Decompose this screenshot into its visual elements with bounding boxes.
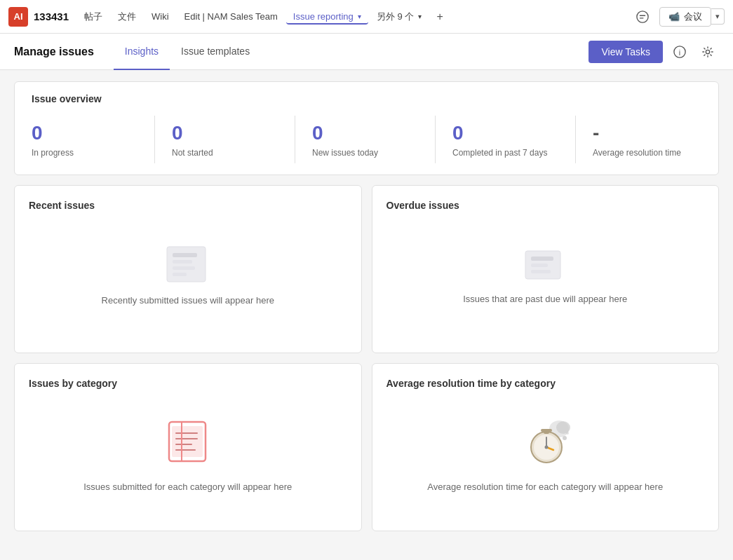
nav-link-wiki[interactable]: Wiki [144,8,176,25]
issue-overview-card: Issue overview 0 In progress 0 Not start… [14,81,719,175]
stat-completed: 0 Completed in past 7 days [436,116,576,163]
stat-completed-label: Completed in past 7 days [452,148,561,158]
nav-link-more[interactable]: 另外 9 个 ▾ [370,8,429,26]
page-title: Manage issues [14,46,94,58]
settings-icon-button[interactable] [697,41,719,63]
overdue-issues-empty: Issues that are past due will appear her… [386,211,705,339]
nav-link-edit-team[interactable]: Edit | NAM Sales Team [177,8,285,25]
bottom-panels-grid: Issues by category [14,363,719,531]
nav-add-tab-button[interactable]: + [430,7,450,27]
overdue-issues-empty-msg: Issues that are past due will appear her… [463,294,627,304]
stat-avg-resolution-value: - [593,121,701,145]
sub-nav-bar: Manage issues Insights Issue templates V… [0,34,733,70]
nav-right-actions: 📹 会议 ▾ [631,6,725,28]
svg-rect-4 [167,247,206,282]
svg-point-26 [545,445,549,449]
issues-by-category-empty-msg: Issues submitted for each category will … [83,482,292,492]
app-id: 133431 [34,11,69,22]
stat-in-progress: 0 In progress [32,116,155,163]
stat-in-progress-value: 0 [32,121,140,145]
top-panels-grid: Recent issues Recently submitted issues … [14,185,719,353]
recent-issues-empty-msg: Recently submitted issues will appear he… [102,295,274,306]
chat-icon-button[interactable] [631,6,654,28]
svg-rect-7 [173,266,195,270]
main-content: Issue overview 0 In progress 0 Not start… [0,70,733,560]
top-nav-bar: AI 133431 帖子 文件 Wiki Edit | NAM Sales Te… [0,0,733,34]
svg-point-30 [566,432,569,435]
nav-link-files[interactable]: 文件 [111,8,143,26]
meeting-dropdown-button[interactable]: ▾ [711,8,725,25]
stat-avg-resolution-label: Average resolution time [593,148,701,158]
meeting-button[interactable]: 📹 会议 [659,7,711,27]
view-tasks-button[interactable]: View Tasks [589,41,663,63]
info-icon-button[interactable]: i [668,41,691,63]
svg-rect-10 [531,257,553,261]
overview-title: Issue overview [32,93,701,104]
svg-point-0 [637,11,648,22]
svg-rect-12 [531,270,551,273]
issues-by-category-empty: Issues submitted for each category will … [29,389,347,517]
avg-resolution-category-placeholder-icon [510,414,580,472]
svg-rect-28 [541,429,552,432]
svg-rect-11 [531,264,548,267]
svg-rect-5 [173,253,197,257]
stat-new-today-value: 0 [312,121,421,145]
svg-point-29 [563,436,567,440]
stat-new-today: 0 New issues today [295,116,436,163]
sub-nav-right-actions: View Tasks i [589,41,719,63]
svg-point-3 [706,50,709,53]
issues-by-category-placeholder-icon [156,414,220,472]
avg-resolution-category-title: Average resolution time by category [386,378,556,389]
overdue-issues-panel: Overdue issues Issues that are past due … [372,185,720,353]
avg-resolution-category-empty-msg: Average resolution time for each categor… [427,482,663,492]
issues-by-category-panel: Issues by category [14,363,362,531]
overdue-issues-title: Overdue issues [386,200,459,211]
svg-rect-14 [172,426,203,457]
nav-links: 帖子 文件 Wiki Edit | NAM Sales Team Issue r… [77,7,626,27]
svg-rect-8 [173,273,187,276]
avg-resolution-category-panel: Average resolution time by category [372,363,720,531]
nav-link-issue-reporting[interactable]: Issue reporting ▾ [286,8,368,25]
app-icon: AI [8,7,28,27]
stat-not-started: 0 Not started [155,116,295,163]
nav-link-posts[interactable]: 帖子 [77,8,109,26]
recent-issues-placeholder-icon [160,243,216,285]
overdue-issues-placeholder-icon [517,245,573,284]
stat-avg-resolution: - Average resolution time [576,116,701,163]
stat-new-today-label: New issues today [312,148,421,158]
tab-issue-templates[interactable]: Issue templates [170,34,261,70]
svg-rect-6 [173,260,192,264]
svg-text:i: i [679,48,680,56]
avg-resolution-category-empty: Average resolution time for each categor… [386,389,705,517]
recent-issues-panel: Recent issues Recently submitted issues … [14,185,362,353]
recent-issues-title: Recent issues [29,200,95,211]
tab-insights[interactable]: Insights [114,34,170,70]
stat-not-started-value: 0 [172,121,281,145]
overview-stats: 0 In progress 0 Not started 0 New issues… [32,116,701,163]
issues-by-category-title: Issues by category [29,378,117,389]
recent-issues-empty: Recently submitted issues will appear he… [29,211,347,339]
stat-not-started-label: Not started [172,148,281,158]
stat-in-progress-label: In progress [32,148,140,158]
meeting-button-group: 📹 会议 ▾ [659,7,725,27]
stat-completed-value: 0 [452,121,561,145]
